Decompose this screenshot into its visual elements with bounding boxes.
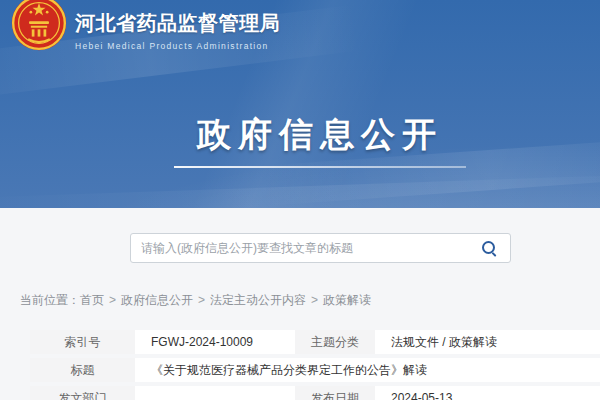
table-row: 发文部门 发布日期 2024-05-13	[30, 386, 600, 400]
search-bar	[130, 233, 511, 263]
title-label: 标题	[30, 358, 135, 382]
search-button[interactable]	[468, 234, 510, 262]
breadcrumb-separator: >	[198, 293, 205, 307]
publish-date-label: 发布日期	[295, 386, 375, 400]
subject-category-value: 法规文件 / 政策解读	[375, 330, 600, 354]
site-title-block: 河北省药品监督管理局 Hebei Medical Products Admini…	[75, 0, 280, 51]
breadcrumb-item-info-disclosure[interactable]: 政府信息公开	[121, 293, 193, 307]
issuing-department-label: 发文部门	[30, 386, 135, 400]
breadcrumb-prefix: 当前位置：	[20, 293, 80, 307]
site-title: 河北省药品监督管理局	[75, 10, 280, 37]
breadcrumb: 当前位置：首页>政府信息公开>法定主动公开内容>政策解读	[20, 292, 371, 309]
publish-date-value: 2024-05-13	[375, 386, 600, 400]
site-brand[interactable]: 河北省药品监督管理局 Hebei Medical Products Admini…	[10, 0, 280, 52]
site-header: 河北省药品监督管理局 Hebei Medical Products Admini…	[0, 0, 600, 208]
breadcrumb-item-policy-interpretation[interactable]: 政策解读	[323, 293, 371, 307]
site-title-english: Hebei Medical Products Administration	[75, 41, 280, 51]
browser-viewport: 河北省药品监督管理局 Hebei Medical Products Admini…	[0, 0, 600, 400]
page: 河北省药品监督管理局 Hebei Medical Products Admini…	[0, 0, 600, 400]
search-icon	[482, 241, 497, 256]
banner-underline	[174, 166, 466, 168]
title-value: 《关于规范医疗器械产品分类界定工作的公告》解读	[135, 358, 600, 382]
table-row: 标题 《关于规范医疗器械产品分类界定工作的公告》解读	[30, 358, 600, 382]
banner-title: 政府信息公开	[0, 112, 600, 158]
table-row: 索引号 FGWJ-2024-10009 主题分类 法规文件 / 政策解读	[30, 330, 600, 354]
search-input[interactable]	[131, 234, 468, 262]
breadcrumb-separator: >	[109, 293, 116, 307]
national-emblem-icon	[10, 0, 68, 52]
breadcrumb-item-statutory-content[interactable]: 法定主动公开内容	[210, 293, 306, 307]
index-number-label: 索引号	[30, 330, 135, 354]
issuing-department-value	[135, 386, 295, 400]
breadcrumb-item-home[interactable]: 首页	[80, 293, 104, 307]
index-number-value: FGWJ-2024-10009	[135, 330, 295, 354]
document-info-table: 索引号 FGWJ-2024-10009 主题分类 法规文件 / 政策解读 标题 …	[30, 330, 600, 400]
subject-category-label: 主题分类	[295, 330, 375, 354]
breadcrumb-separator: >	[311, 293, 318, 307]
